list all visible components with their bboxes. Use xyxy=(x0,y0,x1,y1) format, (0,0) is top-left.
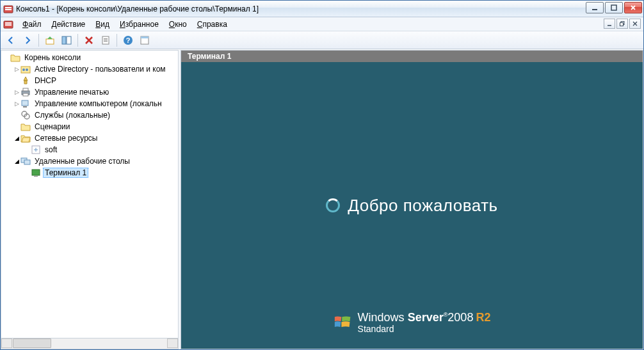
up-button[interactable] xyxy=(42,33,58,47)
tree[interactable]: ▷ Корень консоли ▷ Active Directory - по… xyxy=(1,50,179,338)
tree-label: Active Directory - пользователи и ком xyxy=(33,65,168,74)
tree-item-services[interactable]: ▷ Службы (локальные) xyxy=(13,109,178,121)
svg-rect-21 xyxy=(141,36,149,38)
tree-label: Службы (локальные) xyxy=(33,111,112,120)
mdi-minimize-button[interactable] xyxy=(604,19,615,29)
tree-label: Корень консоли xyxy=(22,53,83,62)
svg-rect-8 xyxy=(608,25,611,26)
minimize-button[interactable] xyxy=(586,2,604,13)
collapse-icon[interactable]: ◢ xyxy=(13,158,20,164)
menubar: Файл Действие Вид Избранное Окно Справка xyxy=(1,17,643,31)
ad-icon xyxy=(20,64,31,74)
tree-item-network[interactable]: ◢ Сетевые ресурсы xyxy=(13,132,178,144)
folder-console-icon xyxy=(10,52,20,63)
dhcp-icon xyxy=(20,76,31,86)
menu-action-label: ействие xyxy=(57,20,86,29)
maximize-button[interactable] xyxy=(605,2,623,13)
tree-label: soft xyxy=(43,145,59,154)
svg-rect-17 xyxy=(104,41,108,42)
menu-file[interactable]: Файл xyxy=(17,19,47,30)
scroll-right-arrow[interactable] xyxy=(167,338,178,348)
menu-action[interactable]: Действие xyxy=(47,19,91,30)
close-button[interactable] xyxy=(624,2,642,13)
tree-hscrollbar[interactable] xyxy=(1,338,179,349)
tree-pane: ▷ Корень консоли ▷ Active Directory - по… xyxy=(1,50,179,349)
menu-help[interactable]: Справка xyxy=(192,19,232,30)
svg-rect-36 xyxy=(34,176,38,177)
svg-rect-1 xyxy=(5,7,12,8)
folder-icon xyxy=(20,122,31,132)
welcome-text: Добро пожаловать xyxy=(348,196,497,216)
forward-button[interactable] xyxy=(20,33,35,47)
collapse-icon[interactable]: ◢ xyxy=(13,135,20,141)
tree-label: Сетевые ресурсы xyxy=(33,134,100,143)
svg-rect-2 xyxy=(5,9,12,10)
tree-label: Сценарии xyxy=(33,122,72,131)
printer-icon xyxy=(20,87,31,97)
tree-item-print[interactable]: ▷ Управление печатью xyxy=(13,86,178,98)
tree-label: Терминал 1 xyxy=(43,168,88,178)
tree-item-rdp[interactable]: ◢ Удаленные рабочие столы xyxy=(13,155,178,167)
toolbar-separator xyxy=(77,34,78,47)
brand-edition: Standard xyxy=(358,324,491,333)
svg-rect-10 xyxy=(620,23,624,26)
services-icon xyxy=(20,110,31,120)
menu-window[interactable]: Окно xyxy=(164,19,192,30)
menu-favorites[interactable]: Избранное xyxy=(115,19,164,30)
help-button[interactable]: ? xyxy=(120,33,136,47)
menu-favorites-label: збранное xyxy=(125,20,159,29)
expand-icon[interactable]: ▷ xyxy=(13,66,20,72)
svg-rect-12 xyxy=(62,36,66,44)
folder-open-icon xyxy=(20,133,31,143)
svg-rect-28 xyxy=(22,100,28,106)
app-window: Консоль1 - [Корень консоли\Удаленные раб… xyxy=(0,0,644,350)
svg-rect-27 xyxy=(23,93,28,96)
scroll-left-arrow[interactable] xyxy=(1,338,12,348)
titlebar: Консоль1 - [Корень консоли\Удаленные раб… xyxy=(1,1,643,17)
tree-item-terminal1[interactable]: ▷ Терминал 1 xyxy=(23,167,178,179)
props-button[interactable] xyxy=(137,33,152,47)
export-button[interactable] xyxy=(98,33,113,47)
svg-rect-3 xyxy=(592,9,597,10)
tree-item-dhcp[interactable]: ▷ DHCP xyxy=(13,75,178,86)
tree-item-soft[interactable]: ▷ soft xyxy=(23,144,178,155)
tree-item-root[interactable]: ▷ Корень консоли xyxy=(3,52,178,63)
toolbar-separator xyxy=(38,34,39,47)
delete-button[interactable] xyxy=(81,33,97,47)
app-icon xyxy=(3,4,13,14)
showhide-button[interactable] xyxy=(59,33,74,47)
brand-line1: Windows Server®2008R2 xyxy=(358,312,491,323)
mdi-restore-button[interactable] xyxy=(616,19,628,29)
tree-item-scenarios[interactable]: ▷ Сценарии xyxy=(13,121,178,132)
svg-rect-13 xyxy=(67,36,71,44)
menu-view[interactable]: Вид xyxy=(90,19,115,30)
svg-rect-35 xyxy=(32,170,40,175)
doc-icon xyxy=(3,19,13,29)
toolbar: ? xyxy=(1,31,643,49)
windows-flag-icon xyxy=(334,314,351,331)
svg-rect-26 xyxy=(23,88,28,91)
svg-rect-7 xyxy=(5,24,12,26)
tree-item-ad[interactable]: ▷ Active Directory - пользователи и ком xyxy=(13,63,178,75)
compmgmt-icon xyxy=(20,99,31,109)
svg-rect-29 xyxy=(23,106,27,107)
scroll-thumb[interactable] xyxy=(13,338,51,348)
expand-icon[interactable]: ▷ xyxy=(13,89,20,95)
share-icon xyxy=(31,145,41,155)
svg-rect-34 xyxy=(24,160,30,164)
rdp-terminal-icon xyxy=(31,168,41,178)
spinner-icon xyxy=(326,198,340,212)
svg-point-23 xyxy=(22,68,25,71)
windows-server-logo: Windows Server®2008R2 Standard xyxy=(334,312,491,333)
rdp-session[interactable]: Добро пожаловать Windows Server®2008R2 S… xyxy=(181,62,643,349)
expand-icon[interactable]: ▷ xyxy=(13,100,20,107)
mdi-close-button[interactable] xyxy=(629,19,641,29)
menu-window-label: кно xyxy=(175,20,187,29)
toolbar-separator xyxy=(117,34,117,47)
svg-rect-16 xyxy=(104,40,108,40)
menu-help-label: правка xyxy=(202,20,227,29)
svg-text:?: ? xyxy=(126,36,131,44)
tree-item-compmgmt[interactable]: ▷ Управление компьютером (локальн xyxy=(13,98,178,109)
svg-rect-11 xyxy=(46,39,54,44)
back-button[interactable] xyxy=(3,33,19,47)
